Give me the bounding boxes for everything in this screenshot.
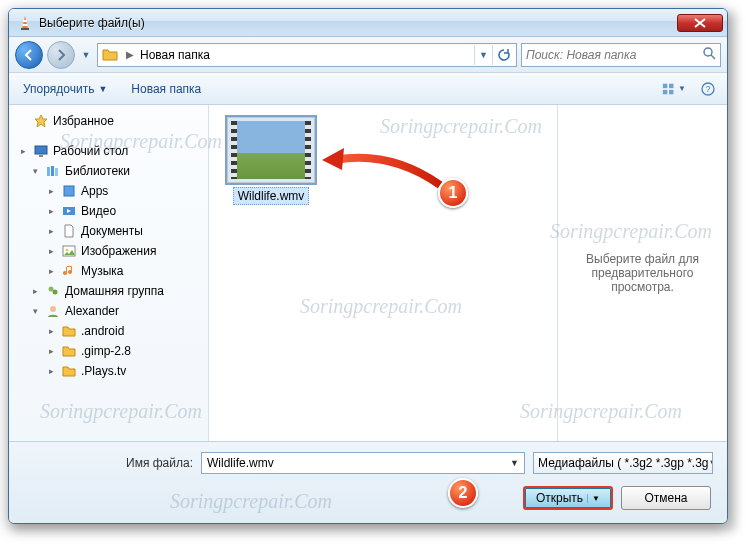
close-button[interactable] <box>677 14 723 32</box>
monitor-icon <box>33 143 49 159</box>
svg-rect-8 <box>663 89 667 93</box>
tree-homegroup[interactable]: ▸Домашняя группа <box>9 281 208 301</box>
breadcrumb-separator: ▶ <box>122 49 138 60</box>
file-name-label: Wildlife.wmv <box>233 187 310 205</box>
nav-history-dropdown[interactable]: ▼ <box>79 45 93 65</box>
pictures-icon <box>61 243 77 259</box>
video-thumbnail <box>227 117 315 183</box>
refresh-button[interactable] <box>492 45 514 65</box>
svg-rect-13 <box>35 146 47 154</box>
star-icon <box>33 113 49 129</box>
svg-rect-2 <box>23 24 28 26</box>
music-icon <box>61 263 77 279</box>
svg-rect-14 <box>39 155 43 157</box>
tree-user[interactable]: ▾Alexander <box>9 301 208 321</box>
search-placeholder: Поиск: Новая папка <box>526 48 636 62</box>
view-options-button[interactable]: ▼ <box>661 78 687 100</box>
svg-point-25 <box>50 306 56 312</box>
folder-icon <box>61 343 77 359</box>
svg-marker-12 <box>35 115 47 127</box>
documents-icon <box>61 223 77 239</box>
annotation-arrow-1 <box>320 140 450 200</box>
svg-marker-0 <box>22 16 28 29</box>
svg-point-24 <box>53 290 58 295</box>
homegroup-icon <box>45 283 61 299</box>
nav-bar: ▼ ▶ Новая папка ▼ Поиск: Новая папка <box>9 37 727 73</box>
tree-apps[interactable]: ▸Apps <box>9 181 208 201</box>
apps-icon <box>61 183 77 199</box>
new-folder-button[interactable]: Новая папка <box>123 78 209 100</box>
address-bar[interactable]: ▶ Новая папка ▼ <box>97 43 517 67</box>
toolbar: Упорядочить▼ Новая папка ▼ ? <box>9 73 727 105</box>
tree-folder-android[interactable]: ▸.android <box>9 321 208 341</box>
filename-label: Имя файла: <box>23 456 193 470</box>
organize-button[interactable]: Упорядочить▼ <box>15 78 115 100</box>
tree-folder-gimp[interactable]: ▸.gimp-2.8 <box>9 341 208 361</box>
svg-rect-7 <box>669 83 673 87</box>
user-icon <box>45 303 61 319</box>
help-button[interactable]: ? <box>695 78 721 100</box>
svg-rect-9 <box>669 89 673 93</box>
annotation-callout-1: 1 <box>438 178 468 208</box>
file-item[interactable]: Wildlife.wmv <box>221 117 321 205</box>
navigation-tree[interactable]: Избранное ▸ Рабочий стол ▾ Библиотеки ▸A… <box>9 105 209 441</box>
svg-point-22 <box>66 249 69 252</box>
libraries-icon <box>45 163 61 179</box>
nav-forward-button[interactable] <box>47 41 75 69</box>
svg-rect-18 <box>64 186 74 196</box>
window-title: Выберите файл(ы) <box>39 16 677 30</box>
tree-documents[interactable]: ▸Документы <box>9 221 208 241</box>
folder-icon <box>102 47 118 63</box>
footer: Имя файла: Wildlife.wmv ▼ Медиафайлы ( *… <box>9 441 727 524</box>
filetype-dropdown[interactable]: Медиафайлы ( *.3g2 *.3gp *.3g ▼ <box>533 452 713 474</box>
svg-point-23 <box>49 287 54 292</box>
breadcrumb-segment[interactable]: Новая папка <box>138 48 212 62</box>
titlebar: Выберите файл(ы) <box>9 9 727 37</box>
video-icon <box>61 203 77 219</box>
file-open-dialog: Выберите файл(ы) ▼ ▶ Новая папка ▼ <box>8 8 728 524</box>
cancel-button[interactable]: Отмена <box>621 486 711 510</box>
tree-libraries[interactable]: ▾ Библиотеки <box>9 161 208 181</box>
folder-icon <box>61 363 77 379</box>
tree-pictures[interactable]: ▸Изображения <box>9 241 208 261</box>
svg-rect-16 <box>51 166 54 176</box>
svg-rect-15 <box>47 167 50 176</box>
tree-video[interactable]: ▸Видео <box>9 201 208 221</box>
svg-line-5 <box>711 55 715 59</box>
annotation-callout-2: 2 <box>448 478 478 508</box>
tree-favorites[interactable]: Избранное <box>9 111 208 131</box>
search-icon <box>703 47 716 63</box>
address-dropdown-icon[interactable]: ▼ <box>474 45 492 65</box>
nav-back-button[interactable] <box>15 41 43 69</box>
svg-point-4 <box>704 48 712 56</box>
open-button[interactable]: Открыть▼ <box>523 486 613 510</box>
tree-music[interactable]: ▸Музыка <box>9 261 208 281</box>
tree-desktop[interactable]: ▸ Рабочий стол <box>9 141 208 161</box>
tree-folder-playstv[interactable]: ▸.Plays.tv <box>9 361 208 381</box>
svg-rect-1 <box>23 20 27 22</box>
filename-input[interactable]: Wildlife.wmv ▼ <box>201 452 525 474</box>
folder-icon <box>61 323 77 339</box>
preview-placeholder: Выберите файл для предварительного просм… <box>568 252 717 294</box>
svg-marker-26 <box>322 148 344 170</box>
svg-rect-3 <box>21 28 29 30</box>
svg-rect-17 <box>55 168 58 176</box>
preview-pane: Выберите файл для предварительного просм… <box>557 105 727 441</box>
svg-text:?: ? <box>705 84 710 94</box>
svg-rect-6 <box>663 83 667 87</box>
vlc-cone-icon <box>17 15 33 31</box>
search-input[interactable]: Поиск: Новая папка <box>521 43 721 67</box>
